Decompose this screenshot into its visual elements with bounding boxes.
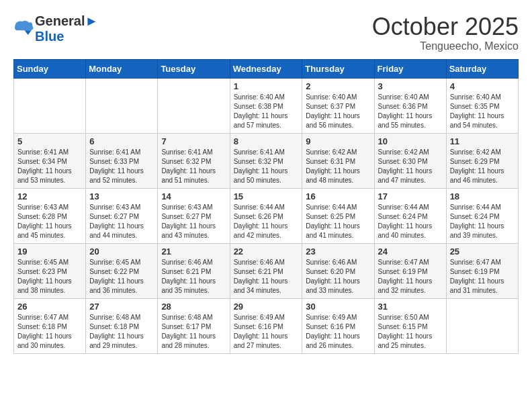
day-info: Sunrise: 6:44 AMSunset: 6:24 PMDaylight:… [378, 203, 443, 240]
day-info: Sunrise: 6:47 AMSunset: 6:19 PMDaylight:… [378, 258, 443, 295]
calendar-cell: 15Sunrise: 6:44 AMSunset: 6:26 PMDayligh… [230, 188, 302, 243]
day-info: Sunrise: 6:50 AMSunset: 6:15 PMDaylight:… [378, 313, 443, 351]
calendar-cell: 27Sunrise: 6:48 AMSunset: 6:18 PMDayligh… [86, 298, 158, 353]
day-number: 7 [161, 136, 226, 146]
day-number: 26 [17, 302, 82, 312]
day-info: Sunrise: 6:43 AMSunset: 6:27 PMDaylight:… [89, 203, 154, 240]
day-info: Sunrise: 6:49 AMSunset: 6:16 PMDaylight:… [234, 313, 299, 351]
day-number: 3 [378, 81, 443, 91]
day-number: 15 [234, 191, 299, 201]
calendar-cell [86, 78, 158, 133]
day-info: Sunrise: 6:43 AMSunset: 6:28 PMDaylight:… [17, 203, 82, 240]
weekday-header-thursday: Thursday [302, 59, 374, 78]
day-info: Sunrise: 6:44 AMSunset: 6:24 PMDaylight:… [450, 203, 515, 240]
day-info: Sunrise: 6:42 AMSunset: 6:30 PMDaylight:… [378, 148, 443, 185]
calendar-cell: 13Sunrise: 6:43 AMSunset: 6:27 PMDayligh… [86, 188, 158, 243]
page-header: General► Blue October 2025 Tengueecho, M… [13, 13, 519, 52]
day-number: 10 [378, 136, 443, 146]
day-info: Sunrise: 6:47 AMSunset: 6:19 PMDaylight:… [450, 258, 515, 295]
calendar-cell: 30Sunrise: 6:49 AMSunset: 6:16 PMDayligh… [302, 298, 374, 353]
day-number: 1 [234, 81, 299, 91]
day-number: 20 [89, 246, 154, 257]
day-number: 8 [234, 136, 299, 146]
day-info: Sunrise: 6:40 AMSunset: 6:37 PMDaylight:… [306, 93, 370, 130]
calendar-cell: 16Sunrise: 6:44 AMSunset: 6:25 PMDayligh… [302, 188, 374, 243]
day-info: Sunrise: 6:43 AMSunset: 6:27 PMDaylight:… [161, 203, 226, 240]
calendar-cell: 10Sunrise: 6:42 AMSunset: 6:30 PMDayligh… [374, 133, 446, 188]
logo: General► Blue [13, 13, 98, 44]
calendar-cell: 22Sunrise: 6:46 AMSunset: 6:21 PMDayligh… [230, 243, 302, 298]
day-info: Sunrise: 6:40 AMSunset: 6:36 PMDaylight:… [378, 93, 443, 130]
day-info: Sunrise: 6:46 AMSunset: 6:20 PMDaylight:… [306, 258, 370, 295]
logo-text: General► Blue [35, 13, 98, 44]
calendar-cell: 2Sunrise: 6:40 AMSunset: 6:37 PMDaylight… [302, 78, 374, 133]
calendar-cell: 31Sunrise: 6:50 AMSunset: 6:15 PMDayligh… [374, 298, 446, 353]
calendar-cell: 8Sunrise: 6:41 AMSunset: 6:32 PMDaylight… [230, 133, 302, 188]
day-number: 23 [306, 246, 370, 257]
day-info: Sunrise: 6:49 AMSunset: 6:16 PMDaylight:… [306, 313, 370, 351]
weekday-header-saturday: Saturday [446, 59, 518, 78]
calendar-cell: 6Sunrise: 6:41 AMSunset: 6:33 PMDaylight… [86, 133, 158, 188]
day-number: 14 [161, 191, 226, 201]
calendar-cell: 26Sunrise: 6:47 AMSunset: 6:18 PMDayligh… [14, 298, 86, 353]
calendar-cell: 20Sunrise: 6:45 AMSunset: 6:22 PMDayligh… [86, 243, 158, 298]
calendar-cell: 23Sunrise: 6:46 AMSunset: 6:20 PMDayligh… [302, 243, 374, 298]
calendar-cell: 14Sunrise: 6:43 AMSunset: 6:27 PMDayligh… [158, 188, 230, 243]
calendar-cell: 17Sunrise: 6:44 AMSunset: 6:24 PMDayligh… [374, 188, 446, 243]
weekday-header-tuesday: Tuesday [158, 59, 230, 78]
calendar-cell [14, 78, 86, 133]
calendar-cell: 3Sunrise: 6:40 AMSunset: 6:36 PMDaylight… [374, 78, 446, 133]
calendar-cell: 7Sunrise: 6:41 AMSunset: 6:32 PMDaylight… [158, 133, 230, 188]
day-info: Sunrise: 6:42 AMSunset: 6:31 PMDaylight:… [306, 148, 370, 185]
day-info: Sunrise: 6:40 AMSunset: 6:38 PMDaylight:… [234, 93, 299, 130]
day-number: 4 [450, 81, 515, 91]
weekday-header-friday: Friday [374, 59, 446, 78]
day-number: 13 [89, 191, 154, 201]
day-info: Sunrise: 6:44 AMSunset: 6:26 PMDaylight:… [234, 203, 299, 240]
calendar: SundayMondayTuesdayWednesdayThursdayFrid… [13, 59, 519, 354]
day-number: 11 [450, 136, 515, 146]
month-title: October 2025 [372, 13, 519, 40]
day-info: Sunrise: 6:45 AMSunset: 6:22 PMDaylight:… [89, 258, 154, 295]
day-info: Sunrise: 6:46 AMSunset: 6:21 PMDaylight:… [161, 258, 226, 295]
day-number: 28 [161, 302, 226, 312]
calendar-cell: 1Sunrise: 6:40 AMSunset: 6:38 PMDaylight… [230, 78, 302, 133]
day-info: Sunrise: 6:40 AMSunset: 6:35 PMDaylight:… [450, 93, 515, 130]
weekday-header-sunday: Sunday [14, 59, 86, 78]
calendar-cell: 24Sunrise: 6:47 AMSunset: 6:19 PMDayligh… [374, 243, 446, 298]
calendar-cell: 25Sunrise: 6:47 AMSunset: 6:19 PMDayligh… [446, 243, 518, 298]
day-info: Sunrise: 6:41 AMSunset: 6:32 PMDaylight:… [161, 148, 226, 185]
day-number: 31 [378, 302, 443, 312]
day-number: 16 [306, 191, 370, 201]
day-number: 18 [450, 191, 515, 201]
weekday-header-wednesday: Wednesday [230, 59, 302, 78]
calendar-cell [158, 78, 230, 133]
day-number: 2 [306, 81, 370, 91]
calendar-cell: 11Sunrise: 6:42 AMSunset: 6:29 PMDayligh… [446, 133, 518, 188]
day-number: 21 [161, 246, 226, 257]
day-number: 19 [17, 246, 82, 257]
calendar-cell: 19Sunrise: 6:45 AMSunset: 6:23 PMDayligh… [14, 243, 86, 298]
day-number: 17 [378, 191, 443, 201]
day-number: 5 [17, 136, 82, 146]
logo-icon [13, 18, 34, 38]
day-info: Sunrise: 6:41 AMSunset: 6:32 PMDaylight:… [234, 148, 299, 185]
day-number: 30 [306, 302, 370, 312]
day-info: Sunrise: 6:41 AMSunset: 6:33 PMDaylight:… [89, 148, 154, 185]
calendar-cell [446, 298, 518, 353]
day-info: Sunrise: 6:44 AMSunset: 6:25 PMDaylight:… [306, 203, 370, 240]
calendar-cell: 18Sunrise: 6:44 AMSunset: 6:24 PMDayligh… [446, 188, 518, 243]
title-block: October 2025 Tengueecho, Mexico [372, 13, 519, 52]
calendar-cell: 9Sunrise: 6:42 AMSunset: 6:31 PMDaylight… [302, 133, 374, 188]
location: Tengueecho, Mexico [372, 40, 519, 52]
day-info: Sunrise: 6:48 AMSunset: 6:17 PMDaylight:… [161, 313, 226, 351]
calendar-cell: 12Sunrise: 6:43 AMSunset: 6:28 PMDayligh… [14, 188, 86, 243]
day-info: Sunrise: 6:46 AMSunset: 6:21 PMDaylight:… [234, 258, 299, 295]
calendar-cell: 4Sunrise: 6:40 AMSunset: 6:35 PMDaylight… [446, 78, 518, 133]
day-info: Sunrise: 6:45 AMSunset: 6:23 PMDaylight:… [17, 258, 82, 295]
calendar-cell: 29Sunrise: 6:49 AMSunset: 6:16 PMDayligh… [230, 298, 302, 353]
day-info: Sunrise: 6:42 AMSunset: 6:29 PMDaylight:… [450, 148, 515, 185]
calendar-cell: 28Sunrise: 6:48 AMSunset: 6:17 PMDayligh… [158, 298, 230, 353]
day-number: 12 [17, 191, 82, 201]
calendar-cell: 5Sunrise: 6:41 AMSunset: 6:34 PMDaylight… [14, 133, 86, 188]
